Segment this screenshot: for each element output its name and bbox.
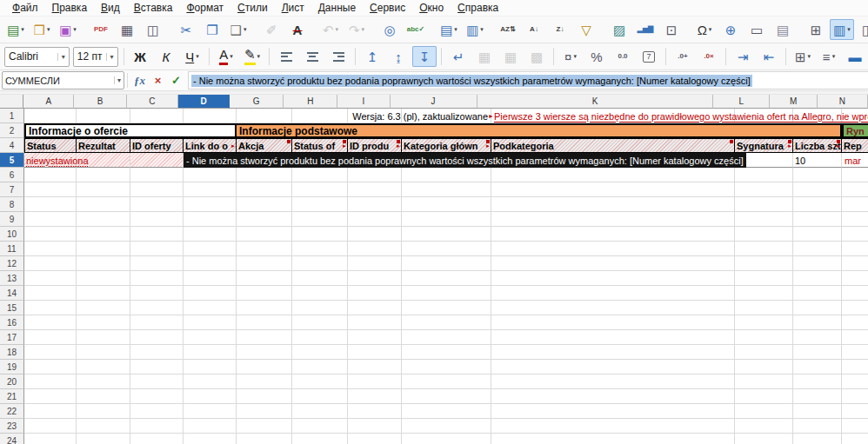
split-window-button[interactable]: ◫ [856, 19, 868, 40]
cell-error-message[interactable]: - Nie można stworzyć produktu bez podani… [184, 153, 746, 168]
cell[interactable] [24, 301, 77, 315]
font-color-button[interactable]: A▾ [214, 46, 238, 67]
cell[interactable] [184, 286, 237, 301]
cell[interactable] [402, 345, 491, 360]
cell[interactable] [793, 212, 842, 227]
cell[interactable] [24, 271, 77, 286]
cell[interactable] [842, 197, 868, 212]
cell[interactable] [130, 301, 184, 315]
cell[interactable] [184, 434, 237, 444]
dropdown-arrow-icon[interactable]: ▾ [832, 53, 836, 60]
chevron-down-icon[interactable]: ▾ [114, 76, 121, 84]
cell-extra-value[interactable]: mar [845, 153, 861, 168]
cell[interactable] [237, 434, 292, 444]
cell[interactable] [735, 286, 793, 301]
cell[interactable] [491, 419, 735, 434]
select-all-corner[interactable] [0, 95, 23, 109]
column-header-K[interactable]: K [477, 95, 714, 109]
column-title-g[interactable]: Akcja [237, 138, 292, 153]
cell[interactable] [348, 389, 402, 404]
cell[interactable] [130, 242, 184, 256]
cell[interactable] [24, 227, 77, 242]
cell[interactable] [491, 345, 735, 360]
cell[interactable] [842, 182, 868, 197]
cell[interactable] [24, 389, 77, 404]
save-button[interactable]: ▣▾ [56, 19, 80, 40]
cell[interactable] [77, 330, 130, 345]
cell[interactable] [292, 109, 348, 123]
cell[interactable] [292, 168, 348, 182]
cell[interactable] [793, 419, 842, 434]
cell[interactable] [842, 345, 868, 360]
cell[interactable] [237, 374, 292, 389]
row-header-10[interactable]: 10 [0, 227, 24, 242]
cell[interactable] [237, 271, 292, 286]
cell[interactable] [237, 242, 292, 256]
cell[interactable] [237, 227, 292, 242]
cell[interactable] [24, 242, 77, 256]
formula-input[interactable]: - Nie można stworzyć produktu bez podani… [188, 71, 868, 89]
copy-button[interactable]: ❐ [200, 19, 224, 40]
column-header-M[interactable]: M [770, 95, 817, 109]
cell[interactable] [24, 256, 77, 271]
cell[interactable] [735, 168, 793, 182]
cell[interactable] [24, 360, 77, 374]
cell[interactable] [735, 301, 793, 315]
dropdown-arrow-icon[interactable]: ▾ [480, 26, 484, 33]
cell[interactable] [842, 315, 868, 330]
cell[interactable] [793, 227, 842, 242]
cell[interactable] [402, 271, 491, 286]
cell[interactable] [402, 419, 491, 434]
cell[interactable] [77, 315, 130, 330]
cell[interactable] [184, 315, 237, 330]
cell[interactable] [184, 389, 237, 404]
cut-button[interactable]: ✂ [174, 19, 198, 40]
date-format-button[interactable]: 7 [637, 46, 661, 67]
find-replace-button[interactable]: ◎ [377, 19, 402, 40]
cell[interactable] [77, 374, 130, 389]
cell[interactable] [491, 301, 735, 315]
cell-section-market[interactable]: Ryn [842, 123, 868, 138]
cell[interactable] [184, 419, 237, 434]
column-header-J[interactable]: J [391, 95, 477, 109]
cell[interactable] [842, 256, 868, 271]
font-size-select[interactable]: 12 пт ▾ [73, 47, 118, 67]
cell[interactable] [237, 168, 292, 182]
cell-section-basic-info[interactable]: Informacje podstawowe [237, 123, 842, 138]
menu-edit[interactable]: Правка [45, 2, 95, 14]
cell[interactable] [842, 434, 868, 444]
dropdown-arrow-icon[interactable]: ▾ [808, 53, 811, 60]
cell[interactable] [842, 419, 868, 434]
cell[interactable] [735, 212, 793, 227]
cell[interactable] [402, 197, 491, 212]
cell[interactable] [491, 434, 735, 444]
cell[interactable] [184, 197, 237, 212]
cell[interactable] [24, 374, 77, 389]
add-decimal-place-button[interactable]: .0+ [671, 46, 695, 67]
cell[interactable] [292, 212, 348, 227]
menu-format[interactable]: Формат [179, 2, 230, 14]
cell[interactable] [77, 286, 130, 301]
cell[interactable] [793, 168, 842, 182]
freeze-panes-button[interactable]: ▥▾ [830, 19, 854, 40]
column-title-c[interactable]: ID oferty [130, 138, 184, 153]
row-header-22[interactable]: 22 [0, 404, 24, 419]
cell-status-value[interactable]: niewystawiona [26, 153, 89, 168]
cell[interactable] [292, 345, 348, 360]
row-header-15[interactable]: 15 [0, 301, 24, 315]
row-header-12[interactable]: 12 [0, 256, 24, 271]
cell[interactable] [184, 374, 237, 389]
cell[interactable] [77, 301, 130, 315]
print-area-button[interactable]: ⊞ [804, 19, 828, 40]
dropdown-arrow-icon[interactable]: ▾ [257, 53, 261, 60]
cell[interactable] [130, 286, 184, 301]
cell[interactable] [793, 197, 842, 212]
cell[interactable] [24, 286, 77, 301]
align-top-button[interactable]: ↥ [360, 46, 384, 67]
column-header-A[interactable]: A [23, 95, 74, 109]
center-vertically-button[interactable]: ↨ [386, 46, 411, 67]
row-header-13[interactable]: 13 [0, 271, 24, 286]
cell[interactable] [348, 227, 402, 242]
cell[interactable] [77, 360, 130, 374]
cell[interactable] [842, 360, 868, 374]
